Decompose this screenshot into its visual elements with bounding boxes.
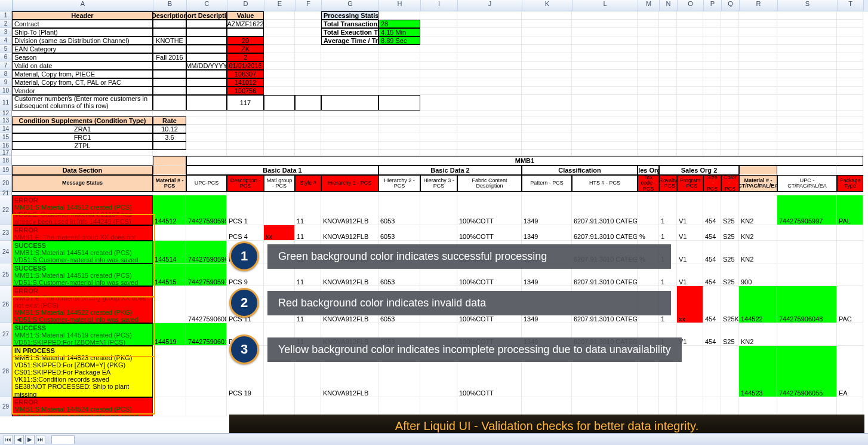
cell[interactable]	[378, 150, 420, 156]
row-header[interactable]: 14	[0, 125, 12, 133]
cell[interactable]	[321, 45, 378, 53]
cell[interactable]	[186, 78, 227, 87]
cell[interactable]	[378, 70, 420, 78]
cell[interactable]	[227, 28, 264, 36]
cell[interactable]	[837, 142, 863, 150]
cell[interactable]	[522, 150, 572, 156]
cell[interactable]	[378, 346, 420, 397]
cell[interactable]: Package Type	[837, 175, 863, 192]
cell[interactable]	[522, 111, 572, 116]
cell[interactable]	[659, 95, 677, 111]
cell[interactable]: 6053	[378, 263, 420, 286]
cell[interactable]	[457, 78, 522, 87]
cell[interactable]	[186, 142, 227, 150]
cell[interactable]: 6053	[378, 225, 420, 241]
cell[interactable]: S25	[721, 225, 739, 241]
cell[interactable]	[572, 11, 638, 20]
cell[interactable]: S25	[721, 241, 739, 263]
cell[interactable]	[420, 125, 457, 133]
col-header-H[interactable]: H	[379, 0, 421, 11]
col-header-S[interactable]: S	[778, 0, 838, 11]
cell[interactable]: PAC	[837, 286, 863, 323]
cell[interactable]	[420, 397, 457, 416]
col-header-D[interactable]: D	[227, 0, 264, 11]
cell[interactable]	[264, 87, 295, 95]
cell[interactable]	[721, 20, 739, 28]
cell[interactable]: Description - PCS	[227, 175, 264, 192]
cell[interactable]	[378, 142, 420, 150]
cell[interactable]: SUCCESSMMB1:S:Material 144514 created (P…	[12, 241, 153, 263]
nav-prev-icon[interactable]: ◀	[14, 435, 24, 444]
cell[interactable]: Condition Supplements (Condition Type)	[12, 116, 153, 125]
cell[interactable]	[264, 70, 295, 78]
cell[interactable]	[420, 45, 457, 53]
cell[interactable]	[572, 133, 638, 142]
cell[interactable]: 744275906055	[777, 346, 837, 397]
cell[interactable]	[321, 125, 378, 133]
cell[interactable]	[777, 36, 837, 45]
cell[interactable]	[677, 142, 703, 150]
row-header[interactable]: 22	[0, 195, 12, 225]
cell[interactable]: Matl group - PCS	[264, 175, 295, 192]
cell[interactable]	[777, 28, 837, 36]
cell[interactable]: 100%COTT	[457, 346, 522, 397]
row-header[interactable]: 11	[0, 95, 12, 111]
cell[interactable]	[420, 286, 457, 323]
cell[interactable]	[638, 62, 659, 70]
cell[interactable]: 141012	[227, 78, 264, 87]
cell[interactable]	[677, 28, 703, 36]
row-header[interactable]: 17	[0, 150, 12, 156]
cell[interactable]	[777, 87, 837, 95]
cell[interactable]	[264, 78, 295, 87]
cell[interactable]	[186, 346, 227, 397]
col-header-E[interactable]: E	[264, 0, 296, 11]
cell[interactable]	[295, 20, 321, 28]
cell[interactable]	[186, 28, 227, 36]
cell[interactable]	[457, 397, 522, 416]
cell[interactable]	[638, 45, 659, 53]
cell[interactable]	[457, 70, 522, 78]
cell[interactable]	[739, 125, 777, 133]
cell[interactable]: 454	[703, 263, 721, 286]
col-header-J[interactable]: J	[458, 0, 522, 11]
cell[interactable]	[837, 397, 863, 416]
col-header-Q[interactable]: Q	[722, 0, 740, 11]
cell[interactable]	[677, 87, 703, 95]
cell[interactable]	[522, 20, 572, 28]
cell[interactable]	[638, 70, 659, 78]
cell[interactable]	[572, 87, 638, 95]
cell[interactable]	[777, 62, 837, 70]
cell[interactable]	[420, 346, 457, 397]
cell[interactable]	[721, 142, 739, 150]
cell[interactable]	[457, 116, 522, 125]
cell[interactable]	[659, 142, 677, 150]
cell[interactable]: 10.12	[153, 125, 186, 133]
cell[interactable]	[186, 87, 227, 95]
cell[interactable]	[186, 133, 227, 142]
cell[interactable]	[677, 116, 703, 125]
cell[interactable]	[837, 78, 863, 87]
cell[interactable]	[264, 397, 295, 416]
cell[interactable]: 3.6	[153, 133, 186, 142]
cell[interactable]	[420, 116, 457, 125]
cell[interactable]	[837, 150, 863, 156]
cell[interactable]	[572, 397, 638, 416]
cell[interactable]: KN2	[739, 195, 777, 225]
cell[interactable]: Division (same as Distribution Channel)	[12, 36, 153, 45]
col-header-I[interactable]: I	[421, 0, 458, 11]
cell[interactable]: S25	[721, 323, 739, 346]
cell[interactable]	[295, 36, 321, 45]
cell[interactable]	[153, 165, 186, 175]
cell[interactable]	[703, 116, 721, 125]
cell[interactable]	[837, 70, 863, 78]
cell[interactable]: KNOVA912FLB	[321, 323, 378, 346]
cell[interactable]	[572, 36, 638, 45]
cell[interactable]	[739, 70, 777, 78]
cell[interactable]	[721, 70, 739, 78]
cell[interactable]	[739, 78, 777, 87]
cell[interactable]	[739, 62, 777, 70]
cell[interactable]	[186, 36, 227, 45]
cell[interactable]	[721, 53, 739, 62]
cell[interactable]	[677, 133, 703, 142]
cell[interactable]: Header	[12, 11, 153, 20]
